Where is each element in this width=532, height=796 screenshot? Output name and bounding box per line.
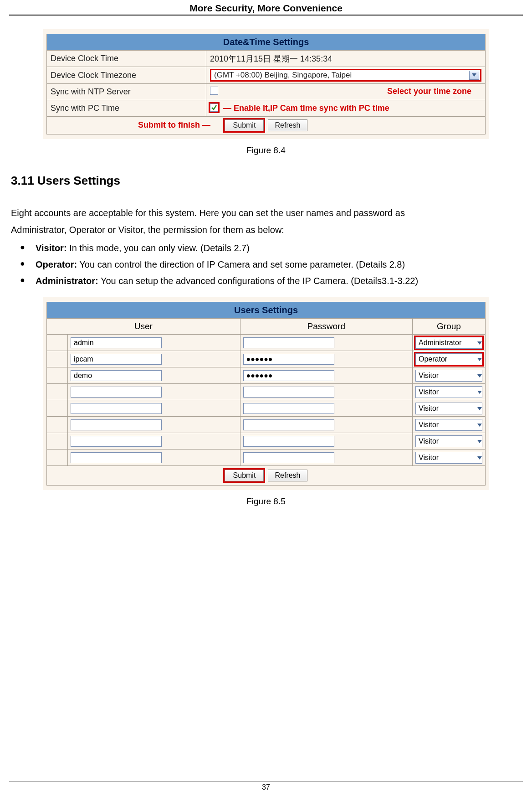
group-select-value: Visitor [416,404,477,413]
annotation-select-timezone: Select your time zone [387,87,471,96]
row-indent [47,450,68,466]
password-input[interactable] [243,387,334,398]
row-indent [47,400,68,417]
intro-line-1: Eight accounts are acceptable for this s… [9,206,523,220]
group-select[interactable]: Visitor [415,403,482,414]
row-indent [47,367,68,384]
user-input[interactable]: ipcam [71,354,162,365]
table-row: Visitor [47,384,486,400]
annotation-submit-finish: Submit to finish — [138,120,210,130]
chevron-down-icon [477,354,482,364]
password-input[interactable] [243,403,334,414]
group-select[interactable]: Visitor [415,419,482,431]
intro-line-2: Administrator, Operator or Visitor, the … [9,223,523,237]
sync-ntp-checkbox[interactable] [210,87,218,95]
timezone-select[interactable]: (GMT +08:00) Beijing, Singapore, Taipei [210,69,481,82]
figure-8-5-caption: Figure 8.5 [9,496,523,507]
user-input[interactable] [71,387,162,398]
page-number: 37 [0,781,532,791]
group-select[interactable]: Visitor [415,452,482,464]
chevron-down-icon [469,71,479,80]
password-input[interactable]: ●●●●●● [243,370,334,381]
col-user: User [47,319,240,335]
sync-pc-checkbox[interactable] [210,103,218,112]
device-clock-timezone-label: Device Clock Timezone [47,67,206,84]
refresh-button[interactable]: Refresh [268,119,307,131]
group-select-value: Visitor [416,437,477,445]
role-bullet-list: Visitor: In this mode, you can only view… [9,240,523,289]
row-indent [47,417,68,433]
chevron-down-icon [477,453,482,462]
datetime-settings-title: Date&Time Settings [47,34,486,51]
group-select-value: Visitor [416,372,477,380]
user-input[interactable]: admin [71,337,162,348]
figure-8-4-caption: Figure 8.4 [9,145,523,155]
running-header: More Security, More Convenience [9,0,523,15]
group-select[interactable]: Visitor [415,435,482,447]
sync-ntp-label: Sync with NTP Server [47,84,206,100]
password-input[interactable] [243,419,334,430]
group-select[interactable]: Visitor [415,370,482,382]
chevron-down-icon [477,436,482,446]
user-input[interactable] [71,452,162,463]
section-heading: 3.11 Users Settings [9,174,523,188]
password-input[interactable] [243,337,334,348]
refresh-button[interactable]: Refresh [268,470,307,481]
bullet-visitor: Visitor: In this mode, you can only view… [20,240,523,256]
group-select[interactable]: Operator [415,353,482,365]
row-indent [47,384,68,400]
col-password: Password [240,319,413,335]
group-select-value: Visitor [416,454,477,462]
row-indent [47,351,68,367]
row-indent [47,433,68,450]
password-input[interactable]: ●●●●●● [243,354,334,365]
sync-pc-label: Sync with PC Time [47,100,206,117]
figure-8-5-panel: Users Settings User Password Group admin… [43,297,489,490]
row-indent [47,335,68,351]
password-input[interactable] [243,436,334,447]
submit-button[interactable]: Submit [225,470,264,481]
users-settings-title: Users Settings [47,302,486,319]
group-select-value: Operator [416,355,477,363]
bullet-administrator: Administrator: You can setup the advance… [20,273,523,289]
submit-button[interactable]: Submit [225,119,264,131]
password-input[interactable] [243,452,334,463]
chevron-down-icon [477,371,482,380]
group-select[interactable]: Visitor [415,386,482,398]
annotation-enable-sync: — Enable it,IP Cam time sync with PC tim… [223,103,389,113]
table-row: Visitor [47,400,486,417]
header-rule [9,15,523,16]
user-input[interactable] [71,436,162,447]
chevron-down-icon [477,403,482,413]
table-row: demo●●●●●●Visitor [47,367,486,384]
chevron-down-icon [477,338,482,347]
table-row: adminAdministrator [47,335,486,351]
figure-8-4-panel: Date&Time Settings Device Clock Time 201… [43,29,489,139]
user-input[interactable] [71,403,162,414]
col-group: Group [413,319,486,335]
group-select-value: Visitor [416,421,477,429]
device-clock-time-value: 2010年11月15日 星期一 14:35:34 [206,51,486,67]
group-select[interactable]: Administrator [415,337,482,349]
chevron-down-icon [477,420,482,429]
table-row: Visitor [47,417,486,433]
timezone-select-value: (GMT +08:00) Beijing, Singapore, Taipei [212,71,469,80]
bullet-operator: Operator: You can control the direction … [20,256,523,273]
user-input[interactable]: demo [71,370,162,381]
table-row: ipcam●●●●●●Operator [47,351,486,367]
table-row: Visitor [47,433,486,450]
user-input[interactable] [71,419,162,430]
chevron-down-icon [477,387,482,397]
table-row: Visitor [47,450,486,466]
group-select-value: Visitor [416,388,477,396]
group-select-value: Administrator [416,339,477,347]
device-clock-time-label: Device Clock Time [47,51,206,67]
